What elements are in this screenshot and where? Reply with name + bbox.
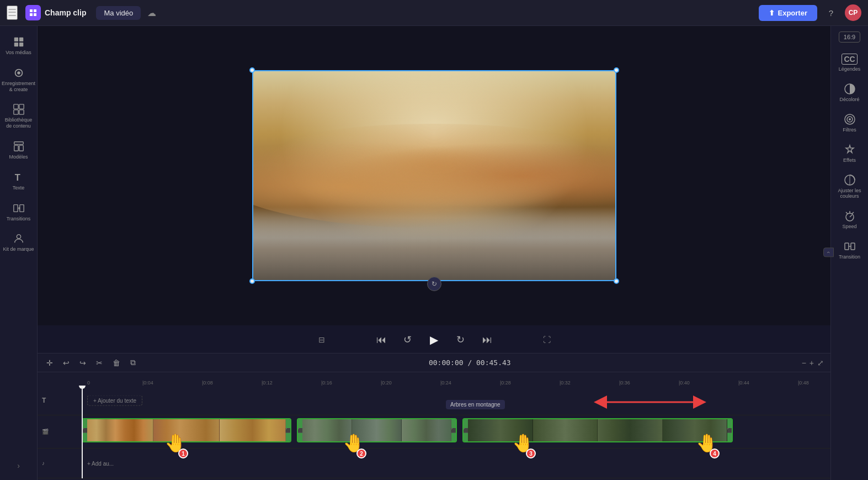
video-clip-3[interactable]: ⬛ ⬛ (462, 418, 733, 442)
sidebar-item-text-label: Texte (13, 185, 25, 191)
ruler-36: |0:36 (619, 380, 630, 386)
sidebar-item-transitions-label: Transitions (7, 216, 31, 222)
sidebar-item-models-label: Modèles (9, 154, 28, 160)
aspect-ratio-button[interactable]: 16:9 (839, 31, 860, 43)
clip-3-thumb-4 (663, 419, 728, 441)
handle-top-right[interactable] (614, 67, 619, 73)
add-text-button[interactable]: + Ajouter du texte (87, 395, 142, 405)
ruler-28: |0:28 (500, 380, 511, 386)
handle-top-left[interactable] (249, 67, 255, 73)
video-tab[interactable]: Ma vidéo (96, 6, 141, 20)
timeline-area: ✛ ↩ ↪ ✂ 🗑 ⧉ 00:00:00 / 00:45.43 − + ⤢ 0 … (38, 353, 830, 480)
skip-forward-button[interactable]: ⏭ (478, 331, 496, 349)
playhead[interactable] (82, 386, 83, 478)
rotation-handle[interactable]: ↻ (427, 277, 441, 291)
timeline-toolbar: ✛ ↩ ↪ ✂ 🗑 ⧉ 00:00:00 / 00:45.43 − + ⤢ (38, 354, 830, 372)
app-logo: Champ clip (25, 5, 86, 20)
undo-button[interactable]: ↩ (61, 357, 72, 368)
clip-1-left-handle[interactable]: ⬛ (83, 419, 87, 441)
clip-1-thumb-2 (153, 419, 220, 441)
svg-point-5 (17, 71, 20, 75)
rewind-button[interactable]: ↺ (399, 331, 417, 349)
zoom-in-button[interactable]: + (810, 358, 814, 367)
delete-button[interactable]: 🗑 (110, 357, 123, 368)
right-sidebar-item-captions[interactable]: CC Légendes (831, 49, 868, 76)
svg-rect-15 (19, 204, 23, 212)
clip-2-thumb-2 (352, 419, 402, 441)
handle-bottom-left[interactable] (249, 278, 255, 284)
right-collapse-area: ‹ (823, 247, 834, 258)
duplicate-button[interactable]: ⧉ (128, 357, 138, 368)
sidebar-item-medias[interactable]: Vos médias (0, 31, 37, 60)
fullscreen-button[interactable]: ⛶ (538, 331, 556, 349)
video-clip-2[interactable]: ⬛ ⬛ (297, 418, 457, 442)
video-frame (252, 70, 616, 281)
rotation-icon: ↻ (432, 280, 437, 288)
decolor-icon (844, 83, 856, 95)
colors-label: Ajuster les couleurs (833, 188, 866, 199)
top-bar: ☰ Champ clip Ma vidéo ☁ ⬆ Exporter ? CP (0, 0, 868, 26)
filters-icon (844, 113, 856, 125)
avatar-button[interactable]: CP (845, 4, 861, 21)
right-sidebar-item-filters[interactable]: Filtres (831, 109, 868, 137)
video-track-label: 🎬 (38, 429, 82, 435)
clip-2-left-handle[interactable]: ⬛ (298, 419, 302, 441)
audio-track-row: ♪ + Add au... (38, 449, 830, 478)
redo-button[interactable]: ↪ (77, 357, 88, 368)
ruler-40: |0:40 (679, 380, 690, 386)
right-sidebar-item-speed[interactable]: Speed (831, 205, 868, 234)
sidebar-item-record[interactable]: Enregistrement & create (0, 62, 37, 97)
svg-rect-6 (13, 104, 18, 109)
right-sidebar-item-colors[interactable]: Ajuster les couleurs (831, 170, 868, 203)
timeline-ruler: 0 |0:04 |0:08 |0:12 |0:16 |0:20 |0:24 |0… (38, 372, 830, 386)
right-sidebar-item-effects[interactable]: Effets (831, 139, 868, 167)
help-button[interactable]: ? (823, 4, 839, 21)
clip-3-body (468, 419, 727, 441)
sidebar-item-models[interactable]: Modèles (0, 136, 37, 165)
main-area: Vos médias Enregistrement & create Bibli… (0, 26, 868, 480)
effects-icon (844, 144, 856, 156)
right-sidebar-item-transition[interactable]: Transition (831, 236, 868, 264)
svg-rect-27 (851, 243, 855, 250)
svg-point-21 (849, 118, 851, 120)
sidebar-item-text[interactable]: T Texte (0, 167, 37, 196)
right-collapse-button[interactable]: ‹ (823, 247, 834, 257)
svg-text:T: T (14, 172, 20, 182)
svg-line-25 (850, 215, 852, 217)
video-track-body: Arbres en montagne ⬛ ⬛ (82, 415, 830, 448)
handle-bottom-right[interactable] (614, 278, 619, 284)
cut-button[interactable]: ✂ (94, 357, 105, 368)
fit-button[interactable]: ⤢ (817, 358, 824, 367)
clip-3-right-handle[interactable]: ⬛ (727, 419, 732, 441)
forward-button[interactable]: ↻ (452, 331, 470, 349)
app-title: Champ clip (45, 8, 86, 17)
play-button[interactable]: ▶ (425, 331, 443, 349)
svg-rect-26 (845, 243, 849, 250)
decolor-label: Décoloré (839, 97, 859, 102)
clip-3-left-handle[interactable]: ⬛ (464, 419, 468, 441)
sidebar-item-medias-label: Vos médias (6, 50, 31, 56)
clip-2-thumb-1 (302, 419, 352, 441)
menu-button[interactable]: ☰ (7, 6, 18, 20)
subtitle-button[interactable]: ⊟ (313, 331, 331, 349)
select-tool-button[interactable]: ✛ (44, 357, 55, 368)
svg-rect-12 (19, 145, 23, 151)
sidebar-item-brand[interactable]: Kit de marque (0, 228, 37, 257)
add-audio-button[interactable]: + Add au... (87, 460, 114, 466)
clip-2-right-handle[interactable]: ⬛ (451, 419, 456, 441)
svg-rect-2 (14, 43, 18, 46)
clip-3-thumb-1 (468, 419, 533, 441)
timeline-content: T + Ajouter du texte 🎬 (38, 386, 830, 480)
video-clip-1[interactable]: ⬛ ⬛ (82, 418, 291, 442)
sidebar-item-library[interactable]: Bibliothèque de contenu (0, 99, 37, 134)
zoom-out-button[interactable]: − (802, 358, 806, 367)
video-preview: ↻ (38, 26, 830, 325)
sidebar-expand-icon[interactable]: › (13, 457, 24, 474)
clip-1-right-handle[interactable]: ⬛ (286, 419, 290, 441)
clip-1-thumb-1 (87, 419, 153, 441)
skip-back-button[interactable]: ⏮ (372, 331, 390, 349)
sidebar-item-transitions[interactable]: Transitions (0, 198, 37, 226)
export-button[interactable]: ⬆ Exporter (759, 5, 817, 21)
right-sidebar-item-decolor[interactable]: Décoloré (831, 78, 868, 107)
export-label: Exporter (778, 9, 807, 17)
